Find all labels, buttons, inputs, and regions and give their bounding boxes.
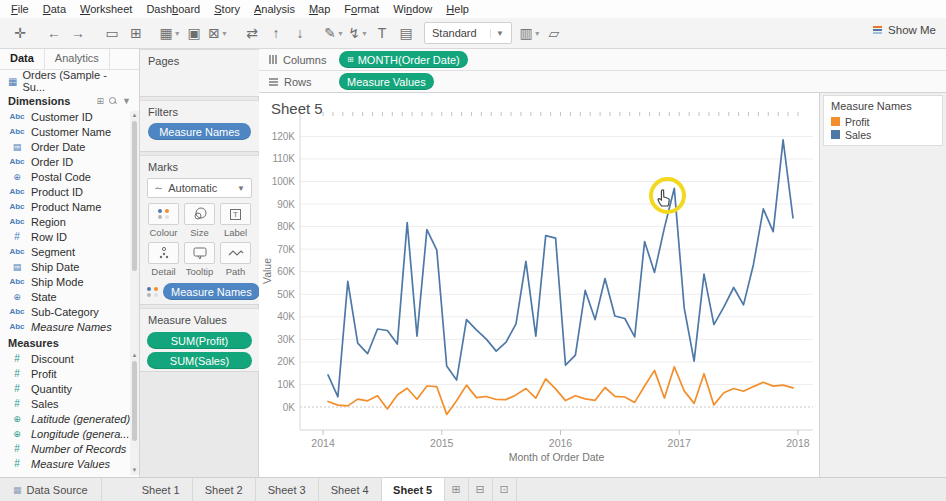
dimension-field[interactable]: Abc Sub-Category — [0, 304, 139, 319]
menu-item[interactable]: Worksheet — [73, 2, 139, 16]
swap-axes-icon[interactable]: ⇄ — [240, 21, 264, 45]
menu-item[interactable]: Analysis — [247, 2, 302, 16]
data-pane-tab[interactable]: Data — [0, 49, 45, 69]
measure-field[interactable]: # Measure Values — [0, 456, 139, 471]
sort-options-icon[interactable]: ▼ — [122, 96, 131, 106]
sheet-tab[interactable]: Sheet 3 — [256, 478, 319, 501]
field-type-icon: # — [8, 443, 26, 454]
menu-item[interactable]: Data — [36, 2, 73, 16]
measure-field[interactable]: ⊕ Latitude (generated) — [0, 411, 139, 426]
add-data-icon[interactable]: ⊞ — [124, 21, 148, 45]
chart-svg[interactable]: 0K10K20K30K40K50K60K70K80K90K100K110K120… — [259, 93, 820, 477]
sheet-tab[interactable]: Sheet 2 — [193, 478, 256, 501]
dimension-field[interactable]: Abc Customer Name — [0, 124, 139, 139]
rows-shelf[interactable]: Rows Measure Values — [259, 71, 946, 93]
new-worksheet-tab-icon[interactable]: ⊞ — [445, 478, 469, 501]
columns-shelf[interactable]: Columns ⊞MONTH(Order Date) — [259, 49, 946, 71]
dimension-field[interactable]: # Row ID — [0, 229, 139, 244]
dimension-field[interactable]: Abc Measure Names — [0, 319, 139, 334]
mark-button-icon — [184, 242, 215, 264]
tab-data-source[interactable]: ▦ Data Source — [0, 478, 102, 501]
dimension-field[interactable]: Abc Product ID — [0, 184, 139, 199]
highlight-icon[interactable]: ✎▼ — [322, 21, 346, 45]
sheet-tab[interactable]: Sheet 4 — [319, 478, 382, 501]
mark-type-dropdown[interactable]: ∼Automatic▼ — [147, 178, 252, 198]
datasource-grid-icon: ▦ — [13, 485, 22, 495]
mark-button-path[interactable]: Path — [219, 242, 252, 277]
show-me-button[interactable]: Show Me — [873, 24, 936, 36]
duplicate-icon[interactable]: ▣ — [182, 21, 206, 45]
save-icon[interactable]: ▭ — [100, 21, 124, 45]
undo-icon[interactable]: ← — [42, 21, 66, 45]
datasource-item[interactable]: ▦ Orders (Sample - Su... — [0, 70, 139, 92]
svg-text:2014: 2014 — [311, 437, 335, 449]
dimension-field[interactable]: Abc Segment — [0, 244, 139, 259]
field-type-icon: Abc — [8, 127, 26, 136]
tableau-logo-icon[interactable]: ✛ — [8, 21, 32, 45]
new-worksheet-icon[interactable]: ▦▼ — [158, 21, 182, 45]
menu-item[interactable]: Story — [207, 2, 247, 16]
dimension-field[interactable]: ▤ Order Date — [0, 139, 139, 154]
fit-selector[interactable]: Standard▼ — [424, 22, 512, 44]
dimension-field[interactable]: Abc Product Name — [0, 199, 139, 214]
svg-text:0K: 0K — [283, 402, 296, 413]
measures-header: Measures — [0, 334, 139, 351]
legend-card[interactable]: Measure Names Profit Sales — [823, 95, 943, 146]
menu-item[interactable]: Map — [302, 2, 337, 16]
clear-sheet-icon[interactable]: ⊠▼ — [206, 21, 230, 45]
sheet-tab[interactable]: Sheet 1 — [130, 478, 193, 501]
redo-icon[interactable]: → — [66, 21, 90, 45]
sheet-tab[interactable]: Sheet 5 — [382, 478, 445, 501]
legend-item[interactable]: Profit — [824, 115, 942, 128]
mark-button-colour[interactable]: Colour — [147, 203, 180, 238]
legend-item[interactable]: Sales — [824, 128, 942, 141]
new-story-tab-icon[interactable]: ⊡ — [493, 478, 517, 501]
marks-pill[interactable]: Measure Names — [163, 283, 260, 300]
mark-button-icon — [148, 242, 179, 264]
rows-pill[interactable]: Measure Values — [339, 73, 434, 90]
menu-item[interactable]: Dashboard — [139, 2, 207, 16]
menu-item[interactable]: Window — [386, 2, 439, 16]
dimension-field[interactable]: Abc Order ID — [0, 154, 139, 169]
data-pane-tab[interactable]: Analytics — [45, 49, 110, 69]
measure-field[interactable]: # Discount — [0, 351, 139, 366]
dimension-field[interactable]: Abc Customer ID — [0, 109, 139, 124]
filters-shelf[interactable]: Filters Measure Names — [140, 100, 259, 152]
measure-field[interactable]: ⊕ Longitude (genera... — [0, 426, 139, 441]
measure-field[interactable]: # Quantity — [0, 381, 139, 396]
measures-scrollbar[interactable]: ▲▼ — [130, 351, 139, 475]
sort-descending-icon[interactable]: ↓ — [288, 21, 312, 45]
dimension-field[interactable]: ⊕ State — [0, 289, 139, 304]
dimension-field[interactable]: ▤ Ship Date — [0, 259, 139, 274]
mark-button-size[interactable]: Size — [183, 203, 216, 238]
mark-button-detail[interactable]: Detail — [147, 242, 180, 277]
menu-item[interactable]: Format — [337, 2, 386, 16]
dimension-field[interactable]: Abc Region — [0, 214, 139, 229]
columns-pill[interactable]: ⊞MONTH(Order Date) — [339, 51, 468, 68]
svg-text:30K: 30K — [277, 334, 295, 345]
menu-item[interactable]: Help — [439, 2, 476, 16]
pages-shelf[interactable]: Pages — [140, 49, 259, 97]
format-icon[interactable]: ↯▼ — [346, 21, 370, 45]
mark-button-label[interactable]: T Label — [219, 203, 252, 238]
view-as-grid-icon[interactable]: ⊞ — [97, 96, 105, 106]
sort-ascending-icon[interactable]: ↑ — [264, 21, 288, 45]
measure-field[interactable]: # Profit — [0, 366, 139, 381]
menu-item[interactable]: File — [4, 2, 36, 16]
presentation-mode-icon[interactable]: ▱ — [542, 21, 566, 45]
filter-pill[interactable]: Measure Names — [148, 123, 251, 140]
measure-values-pill[interactable]: SUM(Profit) — [147, 332, 252, 349]
fix-axes-icon[interactable]: ▤ — [394, 21, 418, 45]
legend-column: Measure Names Profit Sales — [820, 93, 946, 477]
measure-field[interactable]: # Sales — [0, 396, 139, 411]
mark-button-tooltip[interactable]: Tooltip — [183, 242, 216, 277]
new-dashboard-tab-icon[interactable]: ⊟ — [469, 478, 493, 501]
measure-values-pill[interactable]: SUM(Sales) — [147, 352, 252, 369]
show-labels-icon[interactable]: T — [370, 21, 394, 45]
dimension-field[interactable]: ⊕ Postal Code — [0, 169, 139, 184]
dimension-field[interactable]: Abc Ship Mode — [0, 274, 139, 289]
search-icon[interactable] — [109, 97, 117, 105]
measure-field[interactable]: # Number of Records — [0, 441, 139, 456]
dimensions-scrollbar[interactable]: ▲▼ — [130, 111, 139, 379]
show-cards-icon[interactable]: ▥▼ — [518, 21, 542, 45]
